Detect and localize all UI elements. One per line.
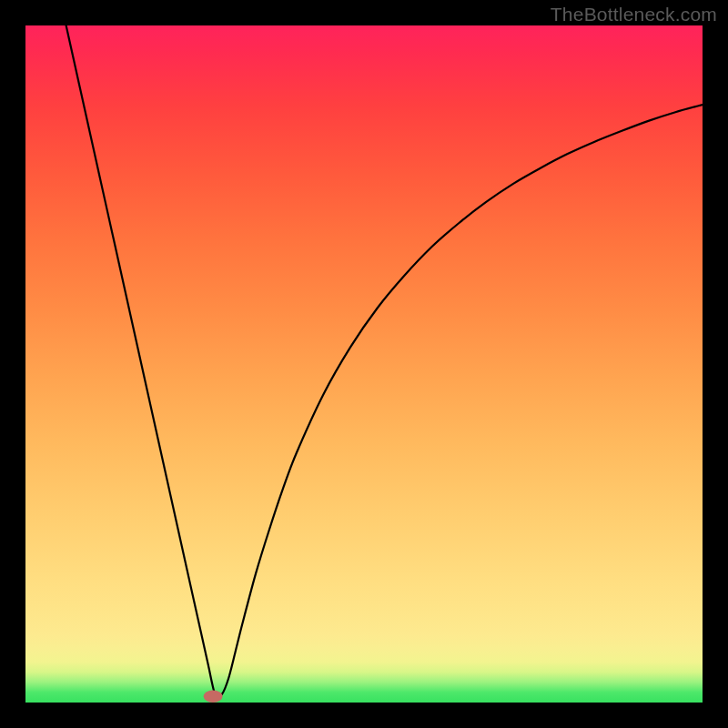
chart-plot-area [25,25,703,703]
watermark-text: TheBottleneck.com [551,4,717,25]
curve-path [66,25,703,697]
vertex-marker [204,691,223,703]
chart-frame: TheBottleneck.com [0,0,728,728]
bottleneck-curve [25,25,703,703]
